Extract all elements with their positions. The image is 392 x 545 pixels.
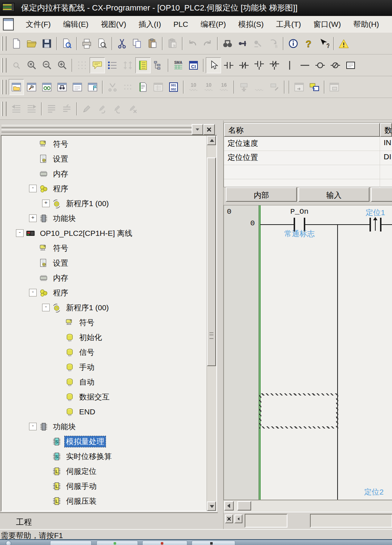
menu-item-工具(T)[interactable]: 工具(T): [270, 17, 307, 32]
monitor-mode-button[interactable]: [252, 79, 267, 95]
tree-expander[interactable]: -: [42, 304, 50, 311]
ladder-horizontal-scrollbar[interactable]: [224, 500, 392, 511]
toolbar-grip[interactable]: [1, 102, 7, 116]
memory-view-button[interactable]: [151, 79, 166, 95]
new-closed-contact-button[interactable]: [236, 57, 252, 73]
menu-item-编辑(E)[interactable]: 编辑(E): [57, 17, 95, 32]
tree-item-伺服定位[interactable]: +L伺服定位: [1, 464, 207, 479]
variable-name-cell[interactable]: 定位速度: [224, 137, 380, 151]
zoom-out-button[interactable]: [39, 57, 54, 73]
local-window-button[interactable]: [70, 79, 85, 95]
io-table-button[interactable]: 001002: [166, 79, 181, 95]
properties-button[interactable]: [85, 79, 100, 95]
edit-pen-cancel-button[interactable]: [125, 101, 140, 117]
workspace-menu-button[interactable]: [192, 124, 203, 135]
section-view-button[interactable]: [135, 79, 151, 95]
new-or-closed-contact-button[interactable]: [267, 57, 282, 73]
column-header-名称[interactable]: 名称: [224, 123, 380, 137]
variable-row[interactable]: [224, 165, 392, 179]
menu-item-模拟(S)[interactable]: 模拟(S): [232, 17, 270, 32]
menu-item-窗口(W)[interactable]: 窗口(W): [307, 17, 347, 32]
tree-expander[interactable]: -: [29, 185, 37, 192]
ladder-editor[interactable]: 0 0 P_On 常通标志 定位1 定位2: [224, 205, 392, 500]
output-collapse-button[interactable]: [234, 515, 242, 523]
indent-right-button[interactable]: [24, 101, 39, 117]
context-help-button[interactable]: ?: [316, 36, 331, 52]
copy-button[interactable]: [130, 36, 145, 52]
output-window-button[interactable]: [24, 79, 39, 95]
tree-item-设置[interactable]: +设置: [1, 151, 207, 166]
new-or-contact-button[interactable]: [252, 57, 267, 73]
select-mode-button[interactable]: [206, 57, 221, 73]
list-b-button[interactable]: [59, 101, 74, 117]
column-header-数[interactable]: 数: [380, 123, 392, 137]
menu-item-文件(F)[interactable]: 文件(F): [20, 17, 57, 32]
menu-item-插入(I)[interactable]: 插入(I): [132, 17, 167, 32]
variable-name-cell[interactable]: [224, 165, 380, 179]
scroll-thumb[interactable]: [207, 157, 216, 366]
variable-type-cell[interactable]: [380, 165, 392, 179]
variable-tab-输入[interactable]: 输入: [298, 187, 369, 202]
print-button[interactable]: [79, 36, 94, 52]
toolbar-grip[interactable]: [1, 36, 7, 51]
ruler-button[interactable]: [120, 79, 135, 95]
menu-item-PLC[interactable]: PLC: [167, 18, 195, 31]
monitor-decimal-button[interactable]: 10: [201, 79, 216, 95]
tree-item-程序[interactable]: -程序: [1, 181, 207, 196]
variable-type-cell[interactable]: IN: [380, 137, 392, 151]
cross-reference-button[interactable]: [54, 79, 70, 95]
tree-item-伺服手动[interactable]: +L伺服手动: [1, 479, 207, 493]
new-instruction-button[interactable]: [343, 57, 358, 73]
zoom-tool-button[interactable]: [9, 57, 24, 73]
io-comments-button[interactable]: [120, 57, 135, 73]
zoom-to-fit-button[interactable]: [24, 57, 39, 73]
tree-vertical-scrollbar[interactable]: [207, 136, 216, 511]
tree-item-数据交互[interactable]: +数据交互: [1, 389, 207, 404]
tree-expander[interactable]: -: [29, 289, 37, 296]
tree-item-功能块[interactable]: +功能块: [1, 211, 207, 226]
online-edit-button[interactable]: [267, 79, 282, 95]
tree-item-新程序1 (00)[interactable]: +新程序1 (00): [1, 196, 207, 211]
tree-item-初始化[interactable]: +初始化: [1, 330, 207, 345]
tree-expander[interactable]: +: [29, 214, 37, 222]
tree-item-OP10_PLC2[CP1H-E] 离线[interactable]: -OP10_PLC2[CP1H-E] 离线: [1, 226, 207, 241]
tree-item-手动[interactable]: +手动: [1, 360, 207, 374]
taskbar-app-3-button[interactable]: [142, 541, 187, 545]
rung-annotations-button[interactable]: [105, 57, 120, 73]
work-online-button[interactable]: [236, 79, 252, 95]
variable-tab-partial[interactable]: [371, 187, 392, 202]
scroll-thumb[interactable]: [237, 501, 251, 511]
show-comments-button[interactable]: [90, 57, 105, 73]
variable-row[interactable]: 定位位置DI: [224, 151, 392, 165]
new-vertical-button[interactable]: [282, 57, 297, 73]
grid-button[interactable]: [74, 57, 90, 73]
zoom-in-button[interactable]: [54, 57, 70, 73]
section-list-button[interactable]: [135, 57, 151, 73]
new-horizontal-button[interactable]: [297, 57, 313, 73]
project-window-button[interactable]: [9, 79, 24, 95]
open-project-button[interactable]: [24, 36, 39, 52]
replace-button[interactable]: [235, 36, 250, 52]
menu-item-视图(V)[interactable]: 视图(V): [95, 17, 132, 32]
indent-left-button[interactable]: [9, 101, 24, 117]
menu-item-帮助(H)[interactable]: 帮助(H): [347, 17, 385, 32]
tree-item-信号[interactable]: +信号: [1, 345, 207, 360]
tree-item-功能块[interactable]: -功能块: [1, 419, 207, 434]
help-topics-button[interactable]: ?: [301, 36, 316, 52]
taskbar-app-1-button[interactable]: [50, 541, 91, 545]
print-preview-button[interactable]: [94, 36, 110, 52]
toolbar-grip[interactable]: [1, 58, 7, 73]
taskbar-app-2-button[interactable]: [97, 541, 138, 545]
tree-item-伺服压装[interactable]: +L伺服压装: [1, 493, 207, 508]
tree-item-设置[interactable]: +设置: [1, 255, 207, 270]
list-a-button[interactable]: [44, 101, 59, 117]
toolbar-grip[interactable]: [1, 80, 7, 94]
variable-type-cell[interactable]: DI: [380, 151, 392, 165]
scroll-up-button[interactable]: [207, 136, 216, 145]
tree-expander[interactable]: -: [16, 229, 24, 237]
transfer-program-button[interactable]: [291, 79, 307, 95]
function-block-placeholder[interactable]: [259, 393, 338, 429]
transfer-to-plc-button[interactable]: [307, 79, 322, 95]
tree-item-实时位移换算[interactable]: +S实时位移换算: [1, 449, 207, 464]
tree-item-符号[interactable]: +符号: [1, 136, 207, 151]
